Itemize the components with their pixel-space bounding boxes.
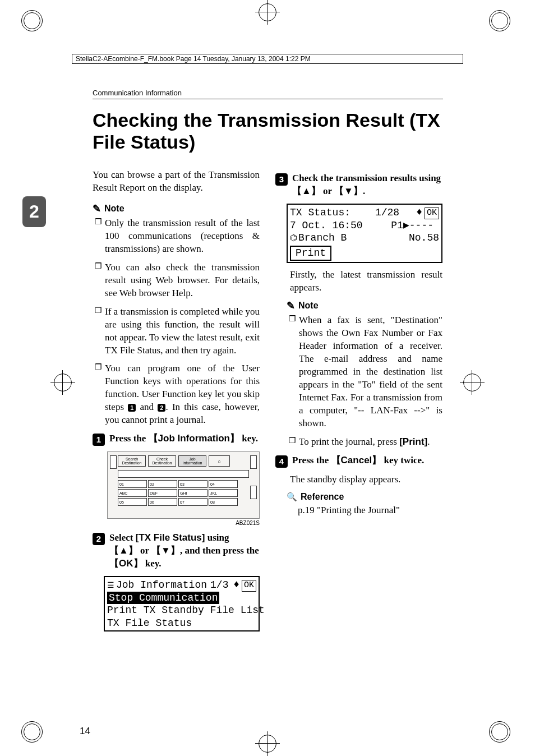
lcd-dest: Branch B xyxy=(298,232,347,245)
lcd-line-2: Stop Communication xyxy=(107,592,256,605)
step-ref-2: 2 xyxy=(158,404,165,412)
list-icon xyxy=(107,579,116,592)
lb: 【 xyxy=(331,455,341,465)
cell: GHI xyxy=(178,489,207,497)
cell: 08 xyxy=(209,498,238,506)
registration-mark-right xyxy=(460,370,485,395)
note-heading: Note xyxy=(287,299,442,312)
ok-key: OK xyxy=(119,558,133,569)
cell: 01 xyxy=(118,480,147,488)
lcd-line-1: Job Information 1/3 ♦OK xyxy=(107,578,256,592)
note-item: If a transmission is completed while you… xyxy=(95,306,260,357)
lcd-title: Job Information xyxy=(116,579,207,592)
cell: 05 xyxy=(118,498,147,506)
lcd-line-2: 7 Oct. 16:50 P1▶---- xyxy=(290,219,439,232)
down-arrow-key: 【▼】 xyxy=(334,186,363,196)
left-bracket: 【 xyxy=(149,433,158,444)
rb: 】 xyxy=(133,558,143,569)
crop-mark-bottom-left xyxy=(21,721,46,746)
s4-suffix: key twice. xyxy=(381,455,424,465)
chapter-side-tab: 2 xyxy=(22,196,46,227)
lcd-job-information: Job Information 1/3 ♦OK Stop Communicati… xyxy=(104,576,260,631)
crop-mark-top-right xyxy=(489,10,514,35)
cancel-key: Cancel xyxy=(341,455,372,465)
lcd-ok-group: ♦OK xyxy=(233,578,256,592)
reference-text: p.19 "Printing the Journal" xyxy=(298,504,442,517)
s2-mid1: using xyxy=(205,532,229,543)
registration-mark-top xyxy=(255,0,280,25)
step-4-text: Press the 【Cancel】 key twice. xyxy=(292,454,424,468)
s2-item: [TX File Status] xyxy=(136,532,205,543)
lb: 【 xyxy=(109,558,119,569)
panel-side-button xyxy=(110,455,117,469)
note-list-right: When a fax is sent, "Destination" shows … xyxy=(287,314,442,448)
step-ref-1: 1 xyxy=(128,404,136,412)
note-label: Note xyxy=(298,301,319,311)
page-number: 14 xyxy=(80,726,90,737)
s2-prefix: Select xyxy=(109,532,136,543)
step-1-suffix: key. xyxy=(239,433,258,444)
cell: 07 xyxy=(178,498,207,506)
lcd-line-4: TX File Status xyxy=(107,617,256,630)
panel-btn-search: Search Destination xyxy=(118,455,146,467)
cell: 03 xyxy=(178,480,207,488)
step-4-number: 4 xyxy=(275,455,288,468)
step-3-text: Check the transmission results using 【▲】… xyxy=(292,172,442,198)
note-text-and: and xyxy=(136,402,158,412)
lcd-page: 1/3 xyxy=(210,579,228,592)
lcd-line-1: TX Status: 1/28 ♦OK xyxy=(290,206,439,219)
step-2-number: 2 xyxy=(93,533,105,545)
print-key: [Print] xyxy=(399,436,427,447)
crop-mark-bottom-right xyxy=(489,721,514,746)
step3-result-text: Firstly, the latest transmission result … xyxy=(290,269,442,294)
cell: JKL xyxy=(209,489,238,497)
lcd-ok-group: ♦OK xyxy=(416,206,439,219)
lcd-p1: P1▶---- xyxy=(391,219,433,232)
step-4: 4 Press the 【Cancel】 key twice. xyxy=(275,454,442,468)
column-left: You can browse a part of the Transmissio… xyxy=(93,169,260,637)
step-1: 1 Press the 【Job Information】 key. xyxy=(93,432,260,446)
two-column-layout: You can browse a part of the Transmissio… xyxy=(93,169,443,637)
book-frame-text: StellaC2-AEcombine-F_FM.book Page 14 Tue… xyxy=(76,55,311,63)
step-1-number: 1 xyxy=(93,434,105,446)
panel-display-row xyxy=(118,470,249,478)
intro-text: You can browse a part of the Transmissio… xyxy=(93,169,260,195)
ok-indicator: OK xyxy=(425,208,439,219)
group-icon xyxy=(290,232,298,245)
page-title: Checking the Transmission Result (TX Fil… xyxy=(93,109,443,153)
lcd-tx-status: TX Status: 1/28 ♦OK 7 Oct. 16:50 P1▶----… xyxy=(287,204,442,263)
rb: 】 xyxy=(372,455,381,465)
lcd-line-4: Print xyxy=(290,245,439,261)
home-icon: ⌂ xyxy=(209,455,230,467)
lcd-label: TX Status: xyxy=(290,206,350,219)
reference-label: Reference xyxy=(301,492,344,502)
registration-mark-bottom xyxy=(255,731,280,756)
lcd-datetime: 7 Oct. 16:50 xyxy=(290,219,363,232)
panel-top-row: Search Destination Check Destination Job… xyxy=(118,455,249,467)
note-item: To print the journal, press [Print]. xyxy=(289,436,442,449)
lcd-no: No.58 xyxy=(409,232,439,245)
note-item: Only the transmission result of the last… xyxy=(95,217,260,256)
up-arrow-key: 【▲】 xyxy=(109,545,138,556)
running-header: Communication Information xyxy=(93,89,443,99)
step-2-text: Select [TX File Status] using 【▲】 or 【▼】… xyxy=(109,532,260,570)
lcd-line-3: Branch B No.58 xyxy=(290,232,439,245)
lcd-print-button: Print xyxy=(290,246,331,261)
column-right: 3 Check the transmission results using 【… xyxy=(275,169,442,637)
step-2: 2 Select [TX File Status] using 【▲】 or 【… xyxy=(93,532,260,570)
job-information-key: Job Information xyxy=(158,433,230,444)
reference-heading: Reference xyxy=(287,492,442,502)
s3-suffix: . xyxy=(363,186,365,196)
note-list: Only the transmission result of the last… xyxy=(93,217,260,427)
right-bracket: 】 xyxy=(230,433,239,444)
step-1-text: Press the 【Job Information】 key. xyxy=(109,432,258,446)
panel-side-button xyxy=(250,455,257,469)
figure-caption: ABZ021S xyxy=(107,520,260,526)
note-heading: Note xyxy=(93,202,260,215)
registration-mark-left xyxy=(50,370,75,395)
step-1-prefix: Press the xyxy=(109,433,149,444)
cell: 04 xyxy=(209,480,238,488)
lcd-selected-item: Stop Communication xyxy=(107,592,219,605)
s2-or: or xyxy=(138,545,151,556)
step-3: 3 Check the transmission results using 【… xyxy=(275,172,442,198)
